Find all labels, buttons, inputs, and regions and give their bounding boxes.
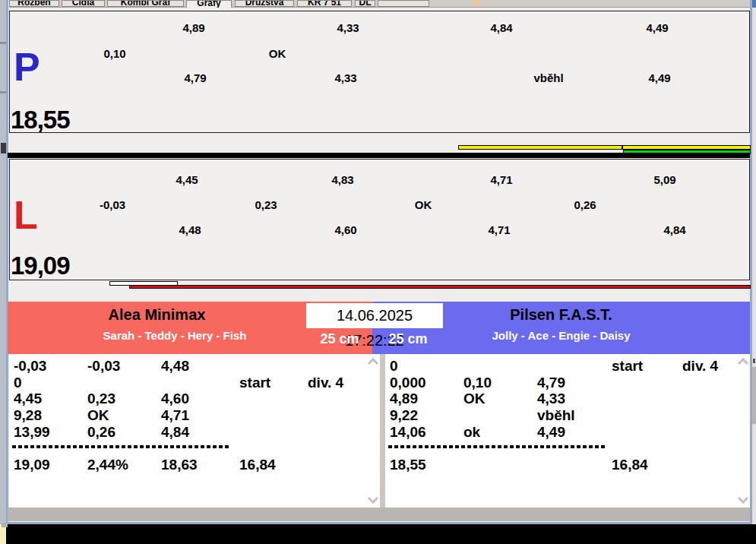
lane-total-p: 18,55 [11, 107, 70, 132]
table-cell: 0 [14, 375, 22, 390]
tab-strip-spare [378, 0, 429, 7]
team-name-left: Alea Minimax [8, 307, 306, 322]
panel-separator [8, 153, 750, 158]
tab-dl[interactable]: DL [355, 0, 375, 7]
dog-time-label: 4,33 [334, 72, 356, 84]
split-time-label: 5,09 [653, 174, 675, 185]
team-dogs-right: Jolly - Ace - Engie - Daisy [372, 330, 750, 341]
table-cell: 4,49 [537, 425, 565, 439]
team-dogs-left: Sarah - Teddy - Hery - Fish [8, 330, 342, 341]
statusbar-strip [8, 508, 750, 521]
table-cell: 4,79 [537, 375, 565, 390]
right-sliver-block [752, 367, 756, 424]
restart-red-bar [129, 285, 751, 289]
bottom-left-notch [2, 523, 8, 527]
table-cell: -0,03 [87, 359, 120, 373]
dashed-separator-left [12, 445, 229, 448]
table-cell: 14,06 [390, 425, 426, 439]
tab-rozběh[interactable]: Rozběh [9, 0, 59, 7]
table-cell: 0,23 [87, 391, 115, 406]
dog-time-label: 4,79 [184, 72, 206, 84]
background-window-top-fragment [473, 0, 479, 6]
right-sliver-titlebar [752, 0, 756, 8]
flyball-timing-screen: P 18,55 L 19,09 Alea Minimax Sarah - Ted… [0, 0, 756, 544]
table-cell: -0,03 [14, 359, 46, 373]
jump-height-left: 25 cm [320, 332, 359, 346]
tab-kr-7-51[interactable]: KR 7 51 [297, 0, 352, 7]
background-window-right [752, 0, 756, 524]
split-time-label: 4,33 [337, 22, 359, 33]
table-cell: 9,22 [390, 408, 418, 422]
table-cell: 0,000 [390, 375, 426, 390]
dog-time-label: 4,48 [179, 224, 201, 236]
table-cell: 4,45 [14, 391, 42, 406]
lane-letter-l: L [14, 195, 38, 235]
tab-družstva[interactable]: Družstva [235, 0, 294, 7]
table-total-cell: 18,55 [390, 457, 426, 472]
pass-marker-label: 0,23 [255, 199, 277, 210]
dog-time-label: 4,84 [663, 224, 685, 236]
left-sliver-mark [1, 143, 6, 153]
table-cell: start [612, 359, 643, 373]
split-time-label: 4,89 [182, 22, 204, 33]
table-cell: 13,99 [14, 425, 50, 439]
split-time-label: 4,45 [176, 174, 198, 185]
left-sliver-mark [0, 42, 6, 44]
table-cell: start [239, 375, 270, 390]
dog-time-label: 4,60 [334, 224, 356, 236]
jump-height-right: 25 cm [388, 332, 427, 346]
table-cell: 0,26 [87, 425, 115, 439]
table-cell: OK [463, 391, 486, 406]
split-time-label: 4,71 [490, 174, 512, 185]
dog-time-label: 4,71 [488, 224, 510, 236]
table-total-cell: 18,63 [161, 457, 198, 472]
table-cell: 9,28 [14, 408, 42, 422]
dog-time-label: vběhl [533, 72, 563, 84]
split-time-label: 4,83 [331, 174, 353, 185]
dashed-separator-right [388, 445, 606, 448]
table-cell: div. 4 [308, 375, 343, 390]
table-cell: div. 4 [682, 359, 718, 373]
lane-total-l: 19,09 [11, 253, 70, 278]
tab-grafy[interactable]: Grafy [186, 0, 232, 8]
right-sliver-mark [753, 359, 755, 363]
table-cell: 4,48 [161, 359, 189, 373]
pass-marker-label: -0,03 [100, 199, 125, 210]
pass-marker-label: OK [415, 199, 432, 210]
lane-panel-l [9, 159, 750, 280]
tabbar-underline [9, 7, 750, 8]
dog-time-label: 4,49 [648, 72, 670, 84]
table-cell: ok [463, 425, 480, 439]
table-cell: OK [87, 408, 109, 422]
table-total-cell: 16,84 [612, 457, 648, 472]
table-cell: vběhl [537, 408, 575, 422]
table-cell: 0,10 [463, 375, 492, 390]
pass-marker-label: 0,26 [574, 199, 596, 210]
tab-kombi-graf[interactable]: Kombi Graf [107, 0, 184, 7]
split-time-label: 4,84 [490, 22, 512, 33]
table-divider [380, 354, 385, 508]
background-window-left [0, 0, 6, 524]
table-cell: 4,33 [537, 391, 565, 406]
table-cell: 4,60 [161, 391, 189, 406]
table-total-cell: 16,84 [239, 457, 276, 472]
table-cell: 4,71 [161, 408, 189, 422]
table-cell: 0 [390, 359, 398, 373]
lane-panel-p [9, 11, 750, 133]
tab-čidla[interactable]: Čidla [62, 0, 105, 7]
table-total-cell: 19,09 [14, 457, 50, 472]
pass-marker-label: 0,10 [103, 48, 125, 59]
datetime-box: 14.06.2025 17:22:22 [306, 303, 443, 328]
result-table-right[interactable] [385, 354, 750, 508]
table-cell: 4,89 [390, 391, 418, 406]
table-cell: 4,84 [161, 425, 189, 439]
split-time-label: 4,49 [646, 22, 668, 33]
lane-letter-p: P [14, 47, 40, 87]
pass-marker-label: OK [269, 48, 286, 59]
table-total-cell: 2,44% [87, 457, 128, 472]
left-sliver-mark [0, 91, 6, 93]
